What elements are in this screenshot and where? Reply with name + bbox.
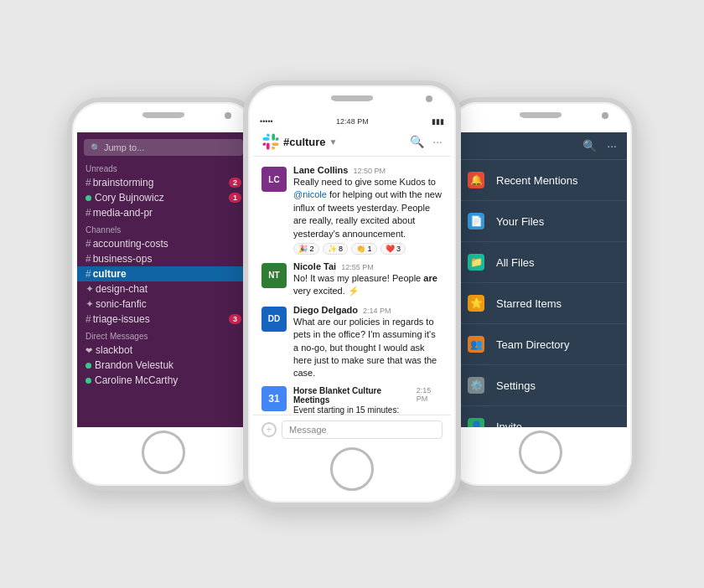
invite-icon: 👤: [468, 418, 484, 427]
hash-icon: #: [85, 268, 91, 280]
sender-name: Nicole Tai: [293, 261, 336, 271]
reactions: 🎉 2 ✨ 8 👏 1 ❤️ 3: [293, 243, 443, 255]
chat-screen: ••••• 12:48 PM ▮▮▮ #culture: [253, 116, 451, 444]
sender-name: Lane Collins: [293, 165, 348, 175]
your-files-icon: 📄: [468, 213, 484, 230]
hash-icon: ✦: [85, 283, 94, 295]
camera-middle: [426, 95, 432, 102]
time-display: 12:48 PM: [336, 117, 369, 126]
hash-icon: #: [85, 177, 91, 188]
message-content-lane: Lane Collins 12:50 PM Really need to giv…: [293, 165, 443, 255]
message-header: Lane Collins 12:50 PM: [293, 165, 443, 175]
message-text: No! It was my pleasure! People are very …: [293, 272, 443, 298]
online-dot: [85, 378, 91, 384]
hash-icon: #: [85, 313, 91, 325]
bold-text: are: [423, 273, 437, 283]
event-desc: Event starting in 15 minutes:: [293, 405, 443, 415]
calendar-content: Horse Blanket Culture Meetings 2:15 PM E…: [293, 386, 443, 415]
online-dot: [85, 363, 91, 369]
sidebar-item-caroline[interactable]: Caroline McCarthy: [77, 373, 250, 388]
sidebar-search[interactable]: 🔍 Jump to...: [84, 139, 243, 156]
hash-icon: #: [85, 253, 91, 265]
status-bar: ••••• 12:48 PM ▮▮▮: [253, 116, 451, 127]
signal-dots: •••••: [260, 117, 273, 126]
channels-label: Channels: [77, 220, 250, 236]
search-icon[interactable]: 🔍: [410, 135, 424, 148]
reaction[interactable]: ❤️ 3: [380, 243, 406, 255]
message-header: Diego Delgado 2:14 PM: [293, 305, 443, 315]
sidebar-item-media[interactable]: # media-and-pr: [77, 205, 250, 220]
channel-name: design-chat: [96, 283, 241, 295]
menu-item-starred[interactable]: ⭐ Starred Items: [454, 283, 627, 324]
sidebar-item-accounting[interactable]: # accounting-costs: [77, 236, 250, 251]
menu-item-team-directory[interactable]: 👥 Team Directory: [454, 324, 627, 365]
menu-item-all-files[interactable]: 📁 All Files: [454, 242, 627, 283]
badge-cory: 1: [229, 193, 241, 203]
channel-name: accounting-costs: [93, 238, 241, 250]
channel-name: #culture: [283, 136, 326, 148]
channel-name: sonic-fanfic: [96, 298, 241, 310]
sidebar-item-triage[interactable]: # triage-issues 3: [77, 312, 250, 327]
phone-left: 🔍 Jump to... Unreads # brainstorming 2 C…: [67, 97, 260, 491]
mention: @nicole: [293, 189, 327, 199]
menu-item-invite[interactable]: 👤 Invite: [454, 406, 627, 427]
settings-icon: ⚙️: [468, 377, 484, 394]
message-header: Nicole Tai 12:55 PM: [293, 261, 443, 271]
speaker-middle: [334, 97, 370, 101]
more-icon[interactable]: ···: [432, 135, 443, 148]
menu-item-your-files[interactable]: 📄 Your Files: [454, 201, 627, 242]
reaction[interactable]: 🎉 2: [293, 243, 319, 255]
screen-left: 🔍 Jump to... Unreads # brainstorming 2 C…: [77, 132, 250, 427]
dm-name: Caroline McCarthy: [95, 374, 241, 386]
reaction[interactable]: ✨ 8: [323, 243, 349, 255]
input-placeholder: Message: [289, 425, 327, 435]
search-icon[interactable]: 🔍: [582, 139, 597, 152]
hash-icon: ✦: [85, 298, 94, 310]
calendar-event: 31 Horse Blanket Culture Meetings 2:15 P…: [253, 384, 451, 415]
sidebar-item-brainstorming[interactable]: # brainstorming 2: [77, 175, 250, 190]
sidebar-item-slackbot[interactable]: ❤ slackbot: [77, 343, 250, 358]
calendar-header: Horse Blanket Culture Meetings 2:15 PM: [293, 386, 443, 405]
dm-name: slackbot: [96, 344, 241, 356]
channel-name: culture: [93, 268, 241, 280]
message-time: 12:50 PM: [353, 167, 386, 175]
menu-item-recent-mentions[interactable]: 🔔 Recent Mentions: [454, 160, 627, 201]
message-lane: LC Lane Collins 12:50 PM Really need to …: [253, 162, 451, 258]
sidebar-item-business[interactable]: # business-ops: [77, 251, 250, 266]
hash-icon: #: [85, 207, 91, 219]
message-content-nicole: Nicole Tai 12:55 PM No! It was my pleasu…: [293, 261, 443, 298]
reaction[interactable]: 👏 1: [351, 243, 377, 255]
all-files-icon: 📁: [468, 254, 484, 271]
sidebar-item-brandon[interactable]: Brandon Velestuk: [77, 358, 250, 373]
avatar-nicole: NT: [261, 263, 287, 288]
search-placeholder: Jump to...: [104, 142, 144, 152]
more-icon[interactable]: ···: [607, 139, 617, 152]
message-input[interactable]: Message: [282, 420, 443, 439]
sidebar-item-design[interactable]: ✦ design-chat: [77, 281, 250, 297]
add-attachment-button[interactable]: +: [261, 422, 277, 437]
sidebar-item-culture[interactable]: # culture: [77, 266, 250, 281]
invite-label: Invite: [496, 420, 522, 428]
message-text: Really need to give some Kudos to @nicol…: [293, 176, 443, 240]
menu-item-settings[interactable]: ⚙️ Settings: [454, 365, 627, 406]
header-icons[interactable]: 🔍 ···: [410, 135, 443, 148]
svg-rect-0: [261, 132, 280, 151]
avatar-diego: DD: [261, 307, 287, 332]
message-time: 12:55 PM: [341, 263, 374, 271]
battery-display: ▮▮▮: [432, 117, 444, 126]
starred-label: Starred Items: [496, 297, 562, 310]
search-icon: 🔍: [91, 143, 101, 152]
event-time: 2:15 PM: [417, 386, 443, 405]
phone-middle: ••••• 12:48 PM ▮▮▮ #culture: [243, 80, 461, 508]
sidebar-item-cory[interactable]: Cory Bujnowicz 1: [77, 190, 250, 205]
bot-icon: ❤: [85, 346, 92, 355]
header-left: #culture ▼: [261, 132, 410, 151]
dm-name: Cory Bujnowicz: [95, 192, 229, 204]
calendar-icon: 31: [261, 386, 287, 411]
channel-name: triage-issues: [93, 313, 229, 325]
sidebar-item-sonic[interactable]: ✦ sonic-fanfic: [77, 297, 250, 312]
badge-brainstorming: 2: [229, 178, 241, 188]
hash-icon: #: [85, 238, 91, 250]
recent-mentions-icon: 🔔: [468, 172, 484, 188]
message-nicole: NT Nicole Tai 12:55 PM No! It was my ple…: [253, 258, 451, 302]
